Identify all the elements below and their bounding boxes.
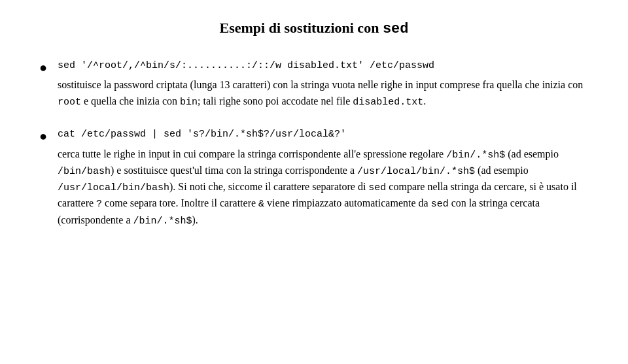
section-2-text: cerca tutte le righe in input in cui com… xyxy=(58,146,589,229)
title-text-code: sed xyxy=(383,21,409,37)
section-2-command: cat /etc/passwd | sed 's?/bin/.*sh$?/usr… xyxy=(58,129,346,140)
code-usr-local-bin: /usr/local/bin/.*sh$ xyxy=(357,166,475,177)
section-2: ● cat /etc/passwd | sed 's?/bin/.*sh$?/u… xyxy=(39,125,589,229)
title-text-normal: Esempi di sostituzioni con xyxy=(220,20,379,36)
section-1-text: sostituisce la password criptata (lunga … xyxy=(58,77,589,110)
section-1: ● sed '/^root/,/^bin/s/:..........:/::/w… xyxy=(39,57,589,110)
code-bin-sh: /bin/.*sh$ xyxy=(446,150,505,161)
code-root: root xyxy=(58,97,81,108)
code-sed-inline: sed xyxy=(368,182,386,193)
code-bin-sh-final: /bin/.*sh$ xyxy=(133,216,192,227)
code-bin-bash: /bin/bash xyxy=(58,166,111,177)
bullet-1: ● xyxy=(39,58,47,76)
section-1-content: sed '/^root/,/^bin/s/:..........:/::/w d… xyxy=(58,57,589,110)
page-title: Esempi di sostituzioni con sed xyxy=(39,20,589,37)
section-2-content: cat /etc/passwd | sed 's?/bin/.*sh$?/usr… xyxy=(58,125,589,229)
code-ampersand: & xyxy=(258,199,264,210)
code-bin: bin xyxy=(180,97,198,108)
code-separator: ? xyxy=(96,199,102,210)
code-disabled-txt: disabled.txt xyxy=(353,97,423,108)
code-sed-inline2: sed xyxy=(431,199,449,210)
section-1-command: sed '/^root/,/^bin/s/:..........:/::/w d… xyxy=(58,60,434,71)
bullet-2: ● xyxy=(39,127,47,145)
code-usr-local-bin-bash: /usr/local/bin/bash xyxy=(58,182,169,193)
